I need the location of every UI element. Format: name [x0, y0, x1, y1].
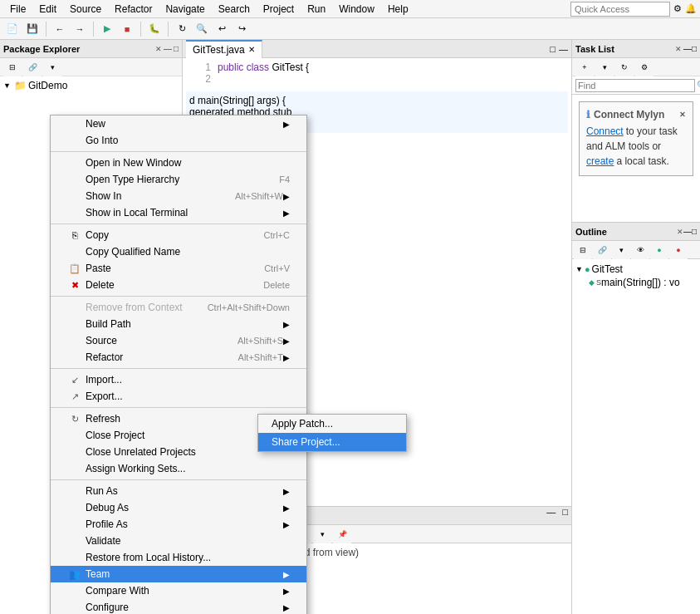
mylyn-link-create[interactable]: create [586, 155, 614, 167]
outline-collapse-btn[interactable]: ⊟ [574, 241, 592, 259]
menu-navigate[interactable]: Navigate [159, 2, 211, 17]
ctx-configure[interactable]: Configure ▶ [51, 599, 306, 614]
link-editor-btn[interactable]: 🔗 [23, 58, 42, 76]
redo-btn[interactable]: ↪ [233, 20, 251, 38]
menu-refactor[interactable]: Refactor [108, 2, 159, 17]
ctx-paste[interactable]: 📋 Paste Ctrl+V [51, 260, 306, 277]
menu-edit[interactable]: Edit [32, 2, 63, 17]
ctx-import[interactable]: ↙ Import... [51, 371, 306, 388]
ctx-build-path[interactable]: Build Path ▶ [51, 316, 306, 332]
ctx-export[interactable]: ↗ Export... [51, 388, 306, 405]
task-minimize-btn[interactable]: — [683, 44, 692, 53]
task-options-btn[interactable]: ⚙ [635, 58, 653, 76]
ctx-go-into[interactable]: Go Into [51, 132, 306, 149]
search-options-btn[interactable]: ▾ [313, 525, 331, 543]
save-btn[interactable]: 💾 [23, 20, 42, 38]
collapse-all-btn[interactable]: ⊟ [3, 58, 22, 76]
outline-filter-btn[interactable]: ▾ [612, 241, 630, 259]
explorer-toolbar: ⊟ 🔗 ▾ [0, 58, 182, 76]
toolbar-icon-1[interactable]: ⚙ [673, 3, 682, 14]
forward-btn[interactable]: → [71, 20, 89, 38]
maximize-btn[interactable]: □ [174, 44, 179, 53]
ctx-run-as[interactable]: Run As ▶ [51, 483, 306, 499]
ctx-delete[interactable]: ✖ Delete Delete [51, 277, 306, 293]
find-input[interactable] [575, 79, 695, 92]
ctx-copy-shortcut: Ctrl+C [264, 230, 290, 240]
outline-green-btn[interactable]: ● [650, 241, 668, 259]
ctx-refresh-label: Refresh [86, 413, 262, 425]
ctx-show-in[interactable]: Show In Alt+Shift+W ▶ [51, 188, 306, 204]
ctx-restore-local-history-label: Restore from Local History... [86, 552, 290, 563]
ctx-team-label: Team [86, 568, 283, 580]
mylyn-link-connect[interactable]: Connect [586, 125, 624, 137]
ctx-assign-working-sets[interactable]: Assign Working Sets... [51, 460, 306, 477]
refresh-btn[interactable]: ↻ [173, 20, 191, 38]
back-btn[interactable]: ← [51, 20, 69, 38]
menu-help[interactable]: Help [381, 2, 415, 17]
task-add-btn[interactable]: + [575, 58, 594, 76]
menu-search[interactable]: Search [212, 2, 257, 17]
ctx-copy[interactable]: ⎘ Copy Ctrl+C [51, 227, 306, 243]
sub-share-project[interactable]: Share Project... [258, 433, 406, 451]
ctx-type-hierarchy-label: Open Type Hierarchy [86, 174, 262, 185]
ctx-configure-arrow: ▶ [283, 603, 290, 612]
bottom-maximize-btn[interactable]: □ [559, 507, 571, 524]
bottom-minimize-btn[interactable]: — [543, 507, 559, 524]
ctx-show-local-terminal[interactable]: Show in Local Terminal ▶ [51, 204, 306, 221]
tab-close-icon[interactable]: ✕ [248, 45, 255, 54]
find-icon: 🔍 [697, 81, 700, 90]
mylyn-close-btn[interactable]: ✕ [679, 111, 686, 119]
ctx-debug-as[interactable]: Debug As ▶ [51, 499, 306, 516]
folder-icon: 📁 [13, 79, 27, 92]
menu-file[interactable]: File [3, 2, 32, 17]
ctx-delete-label: Delete [86, 279, 247, 291]
ctx-team[interactable]: 👥 Team ▶ [51, 566, 306, 582]
minimize-btn[interactable]: — [164, 44, 172, 53]
quick-access-input[interactable] [570, 2, 670, 17]
menu-window[interactable]: Window [332, 2, 381, 17]
outline-maximize-btn[interactable]: □ [692, 227, 697, 236]
outline-minimize-btn[interactable]: — [683, 227, 692, 236]
ctx-copy-qualified[interactable]: Copy Qualified Name [51, 243, 306, 260]
outline-hide-btn[interactable]: 👁 [631, 241, 649, 259]
ctx-compare-with[interactable]: Compare With ▶ [51, 582, 306, 599]
ctx-remove-context[interactable]: Remove from Context Ctrl+Alt+Shift+Down [51, 299, 306, 316]
task-sync-btn[interactable]: ↻ [615, 58, 634, 76]
menu-run[interactable]: Run [301, 2, 332, 17]
search-pin-btn[interactable]: 📌 [333, 525, 351, 543]
sub-apply-patch[interactable]: Apply Patch... [258, 415, 406, 433]
view-menu-btn[interactable]: ▾ [43, 58, 61, 76]
task-filter-btn[interactable]: ▾ [595, 58, 614, 76]
tree-item-gitdemo[interactable]: ▼ 📁 GitDemo [2, 78, 180, 93]
find-bar: 🔍 ▶ All ▶ Acti... [572, 76, 700, 95]
editor-tab-gittest[interactable]: GitTest.java ✕ [186, 40, 262, 58]
menu-bar: File Edit Source Refactor Navigate Searc… [0, 0, 700, 18]
new-btn[interactable]: 📄 [3, 20, 22, 38]
ctx-restore-local-history[interactable]: Restore from Local History... [51, 549, 306, 566]
task-maximize-btn[interactable]: □ [692, 44, 697, 53]
menu-project[interactable]: Project [257, 2, 301, 17]
ctx-validate[interactable]: Validate [51, 533, 306, 549]
menu-source[interactable]: Source [63, 2, 108, 17]
ctx-source[interactable]: Source Alt+Shift+S ▶ [51, 332, 306, 349]
stop-btn[interactable]: ■ [118, 20, 136, 38]
ctx-refactor[interactable]: Refactor Alt+Shift+T ▶ [51, 349, 306, 366]
minimize-editor-btn[interactable]: — [559, 44, 568, 54]
outline-method-item[interactable]: ◆ S main(String[]) : vo [589, 276, 697, 289]
toolbar-icon-2[interactable]: 🔔 [685, 3, 697, 14]
ctx-delete-shortcut: Delete [263, 280, 290, 290]
undo-btn[interactable]: ↩ [213, 20, 231, 38]
search-btn[interactable]: 🔍 [193, 20, 211, 38]
ctx-open-new-window[interactable]: Open in New Window [51, 155, 306, 171]
ctx-profile-as[interactable]: Profile As ▶ [51, 516, 306, 533]
debug-btn[interactable]: 🐛 [145, 20, 164, 38]
outline-link-btn[interactable]: 🔗 [593, 241, 611, 259]
run-btn[interactable]: ▶ [98, 20, 116, 38]
outline-red-btn[interactable]: ● [669, 241, 688, 259]
maximize-editor-btn[interactable]: □ [550, 44, 556, 54]
ctx-new[interactable]: New ▶ [51, 115, 306, 132]
outline-class-item[interactable]: ▼ ● GitTest [575, 263, 697, 276]
ctx-open-type-hierarchy[interactable]: Open Type Hierarchy F4 [51, 171, 306, 188]
task-toolbar: + ▾ ↻ ⚙ [572, 58, 700, 76]
package-explorer-panel: Package Explorer ✕ — □ ⊟ 🔗 ▾ ▼ 📁 GitDemo [0, 40, 183, 614]
